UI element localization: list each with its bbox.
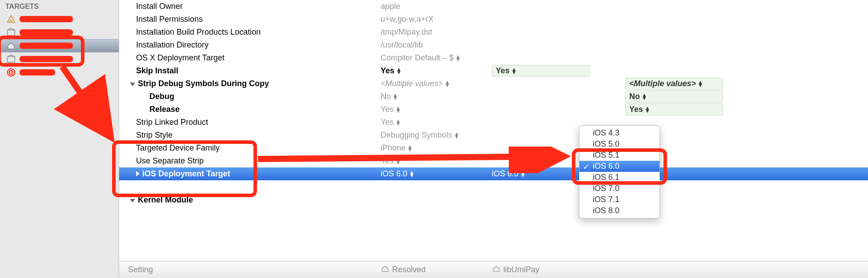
sidebar-header: TARGETS — [0, 0, 119, 12]
bundle-icon — [492, 264, 501, 275]
setting-ios-deployment-target[interactable]: iOS Deployment Target iOS 6.0▲▼ iOS 6.0▲… — [119, 167, 868, 180]
stepper-icon: ▲▼ — [407, 145, 413, 151]
setting-label: Use Separate Strip — [128, 156, 381, 166]
setting-value[interactable]: Yes▲▼ — [381, 66, 492, 75]
popup-item[interactable]: iOS 5.1 — [579, 150, 659, 161]
target-value: Yes — [629, 105, 643, 114]
disclosure-triangle-icon[interactable] — [130, 199, 135, 203]
footer-target: libUmiPay — [492, 264, 625, 275]
target-value-box[interactable]: Yes▲▼ — [492, 65, 590, 77]
target-value-box[interactable]: No▲▼ — [625, 91, 723, 103]
setting-value[interactable]: Debugging Symbols▲▼ — [381, 131, 492, 140]
setting-value: /tmp/Mipay.dst — [381, 28, 492, 37]
setting-label: Installation Build Products Location — [128, 28, 381, 37]
section-kernel-module[interactable]: Kernel Module — [119, 194, 868, 207]
setting-strip-linked-product[interactable]: Strip Linked Product Yes▲▼ — [119, 116, 868, 129]
framework-icon — [6, 28, 16, 37]
svg-rect-0 — [8, 30, 15, 36]
redacted-text — [20, 29, 73, 36]
popup-item[interactable]: iOS 7.1 — [579, 194, 659, 205]
stepper-icon: ▲▼ — [395, 158, 401, 164]
setting-label: Targeted Device Family — [128, 143, 381, 153]
stepper-icon: ▲▼ — [396, 68, 402, 74]
popup-item[interactable]: iOS 6.1 — [579, 172, 659, 183]
setting-label: Skip Install — [128, 66, 381, 75]
setting-installation-directory[interactable]: Installation Directory /usr/local/lib — [119, 39, 868, 52]
setting-value: apple — [381, 2, 492, 11]
setting-strip-debug-symbols[interactable]: Strip Debug Symbols During Copy <Multipl… — [119, 77, 868, 90]
popup-item[interactable]: iOS 7.0 — [579, 183, 659, 194]
stepper-icon: ▲▼ — [395, 119, 401, 126]
setting-value[interactable]: Yes▲▼ — [381, 156, 492, 166]
stepper-icon: ▲▼ — [445, 81, 450, 87]
popup-item[interactable]: iOS 8.0 — [579, 205, 659, 216]
setting-value[interactable]: Yes▲▼ — [381, 105, 492, 114]
popup-item[interactable]: iOS 5.0 — [579, 139, 659, 150]
stepper-icon: ▲▼ — [511, 68, 517, 74]
setting-label: Strip Debug Symbols During Copy — [128, 79, 381, 88]
setting-targeted-device-family[interactable]: Targeted Device Family iPhone▲▼ — [119, 142, 868, 155]
target-row[interactable] — [6, 52, 119, 66]
setting-value[interactable]: Yes▲▼ — [381, 118, 492, 127]
setting-skip-install[interactable]: Skip Install Yes▲▼ Yes▲▼ — [119, 64, 868, 77]
target-row[interactable] — [6, 12, 119, 26]
setting-strip-debug[interactable]: Debug No▲▼ No▲▼ — [119, 90, 868, 103]
settings-footer: Setting Resolved libUmiPay — [119, 261, 868, 278]
target-row-selected[interactable] — [0, 39, 119, 52]
setting-use-separate-strip[interactable]: Use Separate Strip Yes▲▼ — [119, 155, 868, 167]
setting-value[interactable]: iOS 6.0▲▼ — [381, 169, 492, 179]
setting-label: Strip Style — [128, 131, 381, 140]
setting-value[interactable]: Compiler Default – $▲▼ — [381, 53, 492, 63]
redacted-text — [20, 43, 73, 49]
target-row[interactable] — [6, 26, 119, 39]
target-value: <Multiple values> — [629, 79, 696, 88]
stepper-icon: ▲▼ — [645, 107, 650, 113]
setting-osx-deployment-target[interactable]: OS X Deployment Target Compiler Default … — [119, 52, 868, 64]
setting-strip-release[interactable]: Release Yes▲▼ Yes▲▼ — [119, 103, 868, 116]
footer-resolved-label: Resolved — [392, 265, 426, 274]
setting-value: u+w,go-w,a+rX — [381, 15, 492, 24]
stepper-icon: ▲▼ — [698, 81, 703, 87]
bundle-icon — [6, 41, 16, 51]
target-row[interactable] — [6, 66, 119, 79]
deployment-target-popup[interactable]: iOS 4.3 iOS 5.0 iOS 5.1 ✓iOS 6.0 iOS 6.1… — [579, 125, 660, 218]
svg-rect-1 — [8, 57, 15, 63]
footer-setting-label: Setting — [128, 265, 381, 274]
redacted-text — [20, 56, 73, 62]
setting-install-owner[interactable]: Install Owner apple — [119, 0, 868, 13]
setting-label: Install Permissions — [128, 15, 381, 24]
build-settings: Install Owner apple Install Permissions … — [119, 0, 868, 278]
section-label: Kernel Module — [128, 195, 381, 205]
aggregate-target-icon — [6, 68, 16, 77]
targets-list — [0, 12, 119, 79]
stepper-icon: ▲▼ — [642, 94, 647, 100]
stepper-icon: ▲▼ — [393, 94, 398, 100]
setting-value[interactable]: <Multiple values>▲▼ — [381, 79, 492, 88]
target-value-box[interactable]: <Multiple values>▲▼ — [625, 78, 723, 90]
setting-label: Install Owner — [128, 2, 381, 11]
setting-strip-style[interactable]: Strip Style Debugging Symbols▲▼ — [119, 129, 868, 142]
check-icon: ✓ — [583, 162, 590, 172]
stepper-icon: ▲▼ — [455, 55, 461, 61]
target-value: No — [629, 92, 640, 101]
redacted-text — [20, 16, 73, 22]
app-icon — [6, 14, 16, 24]
setting-label: Release — [128, 105, 381, 114]
setting-label: Debug — [128, 92, 381, 101]
setting-label: iOS Deployment Target — [128, 169, 381, 179]
disclosure-triangle-icon[interactable] — [136, 171, 140, 176]
disclosure-triangle-icon[interactable] — [130, 83, 135, 86]
stepper-icon: ▲▼ — [409, 171, 414, 177]
popup-item[interactable]: iOS 4.3 — [579, 127, 659, 139]
setting-value[interactable]: iPhone▲▼ — [381, 143, 492, 153]
popup-item-selected[interactable]: ✓iOS 6.0 — [579, 161, 659, 172]
sidebar: TARGETS — [0, 0, 119, 278]
framework-icon — [6, 54, 16, 64]
bundle-icon — [381, 264, 390, 275]
setting-value[interactable]: No▲▼ — [381, 92, 492, 101]
setting-label: OS X Deployment Target — [128, 53, 381, 63]
setting-install-build-products[interactable]: Installation Build Products Location /tm… — [119, 26, 868, 39]
setting-install-permissions[interactable]: Install Permissions u+w,go-w,a+rX — [119, 13, 868, 26]
target-value-box[interactable]: Yes▲▼ — [625, 103, 723, 115]
stepper-icon: ▲▼ — [395, 107, 401, 113]
